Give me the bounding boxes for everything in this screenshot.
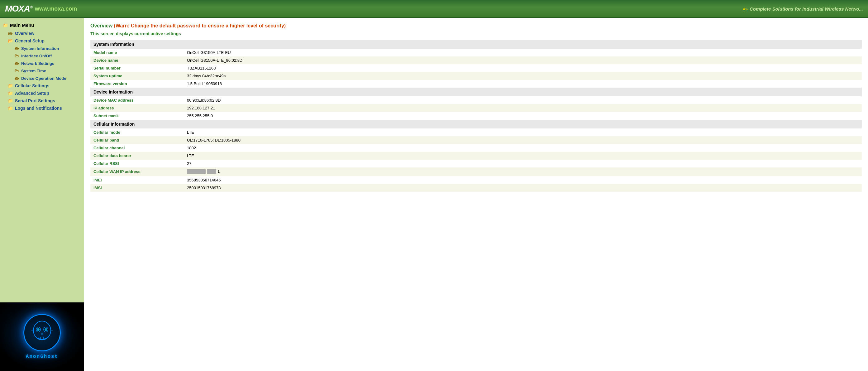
sidebar-item-interface-onoff[interactable]: 🗁 Interface On/Off bbox=[0, 52, 84, 60]
field-label-cellular-data-bearer: Cellular data bearer bbox=[90, 152, 184, 160]
field-value-device-mac: 00:90:E8:86:02:8D bbox=[184, 96, 862, 104]
sidebar-item-system-information[interactable]: 🗁 System Information bbox=[0, 45, 84, 52]
sidebar-nav: 📁 Main Menu 🗁 Overview 📂 General Setup 🗁… bbox=[0, 18, 84, 303]
folder-icon: 📁 bbox=[7, 106, 13, 111]
svg-point-3 bbox=[37, 328, 39, 331]
registered-icon: ® bbox=[30, 5, 32, 9]
sidebar-label-logs-notifications: Logs and Notifications bbox=[15, 106, 62, 111]
page-title: Overview (Warn: Change the default passw… bbox=[90, 23, 862, 29]
folder-icon: 🗁 bbox=[14, 53, 19, 58]
section-header-system-info: System Information bbox=[90, 40, 862, 49]
field-label-firmware-version: Firmware version bbox=[90, 80, 184, 88]
field-label-cellular-rssi: Cellular RSSI bbox=[90, 160, 184, 167]
content-area: Overview (Warn: Change the default passw… bbox=[84, 18, 868, 371]
sidebar-label-serial-port-settings: Serial Port Settings bbox=[15, 98, 55, 103]
folder-icon: 🗁 bbox=[14, 61, 19, 66]
redacted-ip: 1 bbox=[187, 169, 220, 174]
field-label-serial-number: Serial number bbox=[90, 64, 184, 72]
header: MOXA® www.moxa.com »»Complete Solutions … bbox=[0, 0, 868, 18]
sidebar-label-system-information: System Information bbox=[21, 46, 59, 51]
folder-icon: 🗁 bbox=[14, 76, 19, 81]
sidebar-label-network-settings: Network Settings bbox=[21, 61, 54, 66]
field-value-cellular-rssi: 27 bbox=[184, 160, 862, 167]
sidebar-label-advanced-setup: Advanced Setup bbox=[15, 91, 49, 96]
sidebar-item-general-setup[interactable]: 📂 General Setup bbox=[0, 37, 84, 45]
section-header-cellular-info-label: Cellular Information bbox=[90, 120, 862, 129]
sidebar: 📁 Main Menu 🗁 Overview 📂 General Setup 🗁… bbox=[0, 18, 84, 371]
field-value-device-name: OnCell G3150A-LTE_86:02:8D bbox=[184, 56, 862, 64]
field-label-imsi: IMSI bbox=[90, 184, 184, 192]
folder-open-icon: 📂 bbox=[7, 38, 13, 43]
field-label-cellular-wan-ip: Cellular WAN IP address bbox=[90, 167, 184, 176]
folder-icon: 🗁 bbox=[14, 68, 19, 73]
field-value-system-uptime: 32 days 04h:32m:49s bbox=[184, 72, 862, 80]
section-header-device-info-label: Device Information bbox=[90, 88, 862, 96]
field-label-device-mac: Device MAC address bbox=[90, 96, 184, 104]
sidebar-item-cellular-settings[interactable]: 📁 Cellular Settings bbox=[0, 82, 84, 89]
field-value-cellular-data-bearer: LTE bbox=[184, 152, 862, 160]
field-label-model-name: Model name bbox=[90, 49, 184, 56]
main-layout: 📁 Main Menu 🗁 Overview 📂 General Setup 🗁… bbox=[0, 18, 868, 371]
field-label-ip-address: IP address bbox=[90, 104, 184, 112]
table-row: Device MAC address 00:90:E8:86:02:8D bbox=[90, 96, 862, 104]
folder-icon: 🗁 bbox=[14, 46, 19, 51]
main-menu-label: Main Menu bbox=[10, 23, 34, 28]
folder-icon: 📁 bbox=[2, 23, 8, 28]
field-value-serial-number: TBZAB1151268 bbox=[184, 64, 862, 72]
partial-ip: 1 bbox=[217, 169, 220, 174]
table-row: Cellular mode LTE bbox=[90, 129, 862, 136]
field-label-system-uptime: System uptime bbox=[90, 72, 184, 80]
table-row: Firmware version 1.5 Build 19050918 bbox=[90, 80, 862, 88]
sidebar-item-main-menu[interactable]: 📁 Main Menu bbox=[0, 21, 84, 30]
table-row: Cellular band UL:1710-1785; DL:1805-1880 bbox=[90, 136, 862, 144]
folder-icon: 🗁 bbox=[7, 31, 13, 36]
arrows-icon: »» bbox=[742, 6, 748, 11]
anonghost-circle bbox=[23, 314, 61, 351]
sidebar-image: AnonGhost bbox=[0, 303, 84, 371]
table-row: Serial number TBZAB1151268 bbox=[90, 64, 862, 72]
sidebar-item-logs-notifications[interactable]: 📁 Logs and Notifications bbox=[0, 105, 84, 112]
field-label-imei: IMEI bbox=[90, 176, 184, 184]
table-row: Cellular WAN IP address 1 bbox=[90, 167, 862, 176]
anonghost-background: AnonGhost bbox=[0, 303, 84, 371]
field-value-cellular-channel: 1802 bbox=[184, 144, 862, 152]
page-title-warn: (Warn: Change the default password to en… bbox=[114, 23, 286, 28]
field-value-ip-address: 192.168.127.21 bbox=[184, 104, 862, 112]
section-header-device-info: Device Information bbox=[90, 88, 862, 96]
field-value-firmware-version: 1.5 Build 19050918 bbox=[184, 80, 862, 88]
moxa-logo: MOXA® bbox=[5, 4, 32, 14]
redacted-block-2 bbox=[207, 169, 216, 174]
table-row: System uptime 32 days 04h:32m:49s bbox=[90, 72, 862, 80]
folder-icon: 📁 bbox=[7, 83, 13, 88]
sidebar-item-system-time[interactable]: 🗁 System Time bbox=[0, 67, 84, 75]
page-subtitle: This screen displays current active sett… bbox=[90, 31, 862, 36]
svg-marker-5 bbox=[41, 332, 43, 335]
sidebar-label-general-setup: General Setup bbox=[15, 38, 44, 43]
field-value-cellular-band: UL:1710-1785; DL:1805-1880 bbox=[184, 136, 862, 144]
sidebar-item-network-settings[interactable]: 🗁 Network Settings bbox=[0, 60, 84, 67]
redacted-block-1 bbox=[187, 169, 206, 174]
table-row: Cellular RSSI 27 bbox=[90, 160, 862, 167]
table-row: Model name OnCell G3150A-LTE-EU bbox=[90, 49, 862, 56]
sidebar-item-advanced-setup[interactable]: 📁 Advanced Setup bbox=[0, 89, 84, 97]
sidebar-label-overview: Overview bbox=[15, 31, 34, 36]
sidebar-label-cellular-settings: Cellular Settings bbox=[15, 83, 49, 88]
field-value-model-name: OnCell G3150A-LTE-EU bbox=[184, 49, 862, 56]
svg-point-0 bbox=[33, 321, 51, 340]
sidebar-label-interface-onoff: Interface On/Off bbox=[21, 54, 52, 58]
anonghost-mask-svg bbox=[28, 319, 56, 347]
header-logo: MOXA® www.moxa.com bbox=[5, 4, 77, 14]
sidebar-item-device-operation-mode[interactable]: 🗁 Device Operation Mode bbox=[0, 75, 84, 82]
info-table: System Information Model name OnCell G31… bbox=[90, 40, 862, 192]
field-label-cellular-band: Cellular band bbox=[90, 136, 184, 144]
page-title-normal: Overview bbox=[90, 23, 113, 28]
sidebar-item-serial-port-settings[interactable]: 📁 Serial Port Settings bbox=[0, 97, 84, 105]
field-label-device-name: Device name bbox=[90, 56, 184, 64]
field-value-subnet-mask: 255.255.255.0 bbox=[184, 112, 862, 120]
sidebar-label-system-time: System Time bbox=[21, 68, 46, 73]
sidebar-label-device-operation-mode: Device Operation Mode bbox=[21, 76, 66, 81]
table-row: Cellular channel 1802 bbox=[90, 144, 862, 152]
field-value-cellular-wan-ip: 1 bbox=[184, 167, 862, 176]
sidebar-item-overview[interactable]: 🗁 Overview bbox=[0, 30, 84, 37]
logo-url: www.moxa.com bbox=[35, 6, 77, 12]
